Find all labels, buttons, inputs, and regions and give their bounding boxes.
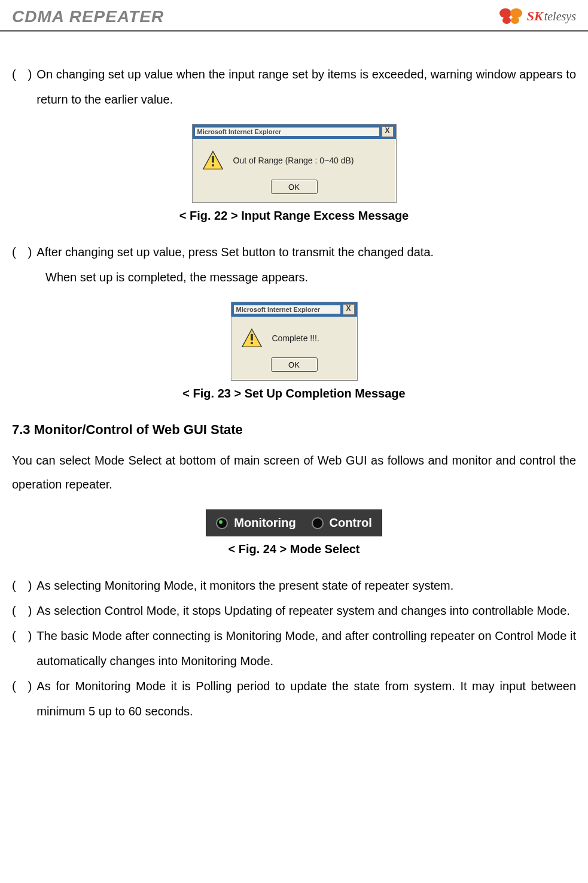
paragraph-2-line2: When set up is completed, the message ap… [45,265,576,290]
svg-rect-6 [212,164,214,166]
control-option[interactable]: Control [312,516,372,530]
paragraph-2-line1: After changing set up value, press Set b… [36,239,576,265]
section-body: You can select Mode Select at bottom of … [12,448,576,496]
list-item-4-text: As for Monitoring Mode it is Polling per… [36,673,576,724]
mode-select-panel: Monitoring Control [206,509,382,536]
list-item-3-text: The basic Mode after connecting is Monit… [36,623,576,673]
monitoring-label: Monitoring [234,516,295,530]
bullet: ( ) [12,673,36,724]
warning-icon [241,327,263,349]
ok-button[interactable]: OK [271,180,318,194]
svg-point-3 [511,17,519,24]
dialog-title: Microsoft Internet Explorer [195,128,379,136]
dialog-out-of-range: Microsoft Internet Explorer X Out of Ran… [192,124,397,203]
section-heading: 7.3 Monitor/Control of Web GUI State [12,422,576,438]
close-icon[interactable]: X [382,126,394,137]
bullet: ( ) [12,623,36,673]
ok-button[interactable]: OK [271,357,318,372]
dialog-message: Out of Range (Range : 0~40 dB) [233,156,354,165]
figure-23-caption: < Fig. 23 > Set Up Completion Message [182,387,405,400]
list-item-2-text: As selection Control Mode, it stops Upda… [36,598,576,623]
page-header: CDMA REPEATER SK telesys [0,0,588,30]
list-item-1: ( ) As selecting Monitoring Mode, it mon… [12,573,576,598]
figure-24-caption: < Fig. 24 > Mode Select [228,542,359,556]
list-item-4: ( ) As for Monitoring Mode it is Polling… [12,673,576,724]
dialog-title: Microsoft Internet Explorer [234,305,340,314]
logo-right-text: telesys [544,10,576,23]
svg-point-1 [510,8,522,18]
dialog-complete: Microsoft Internet Explorer X Complete !… [231,302,358,381]
svg-rect-9 [251,342,253,344]
close-icon[interactable]: X [343,304,355,315]
svg-point-0 [499,8,511,18]
paragraph-2: ( ) After changing set up value, press S… [12,239,576,265]
bullet: ( ) [12,239,36,265]
monitoring-option[interactable]: Monitoring [216,516,295,530]
svg-rect-8 [251,334,253,341]
bullet: ( ) [12,62,36,112]
dialog-message: Complete !!!. [272,333,319,343]
header-title: CDMA REPEATER [12,7,164,26]
bullet: ( ) [12,573,36,598]
paragraph-1: ( ) On changing set up value when the in… [12,62,576,112]
radio-off-icon[interactable] [312,517,324,529]
figure-22-caption: < Fig. 22 > Input Range Excess Message [179,209,409,223]
radio-on-icon[interactable] [216,517,228,529]
brand-logo: SK telesys [497,6,576,26]
list-item-3: ( ) The basic Mode after connecting is M… [12,623,576,673]
svg-rect-5 [212,156,214,163]
logo-left-text: SK [527,8,543,24]
list-item-1-text: As selecting Monitoring Mode, it monitor… [36,573,576,598]
paragraph-1-text: On changing set up value when the input … [36,62,576,112]
bullet: ( ) [12,598,36,623]
paragraph-2b: When set up is completed, the message ap… [12,265,576,290]
svg-point-2 [502,17,511,24]
warning-icon [202,150,224,171]
list-item-2: ( ) As selection Control Mode, it stops … [12,598,576,623]
control-label: Control [330,516,372,530]
butterfly-icon [497,6,525,26]
